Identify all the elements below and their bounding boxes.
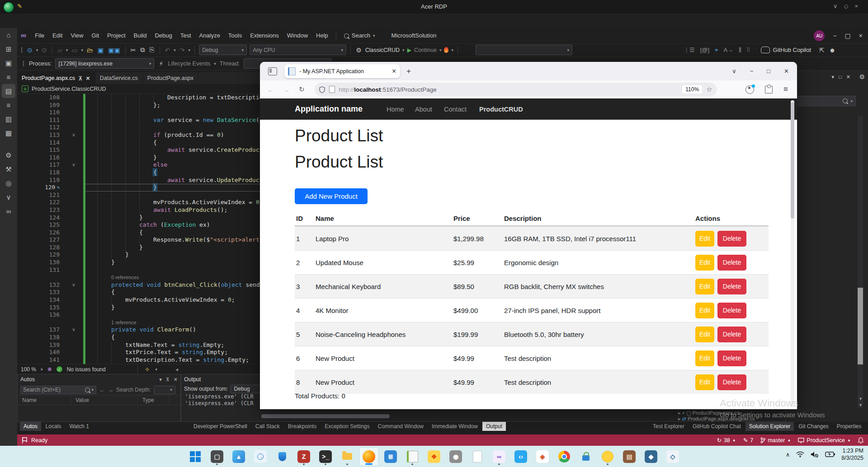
maximize-icon[interactable]: □ bbox=[767, 68, 770, 75]
search-menu[interactable]: Search▾ bbox=[340, 28, 379, 43]
select-icon[interactable]: ⌖ bbox=[715, 47, 718, 54]
menu-item-edit[interactable]: Edit bbox=[48, 28, 66, 43]
menu-item-view[interactable]: View bbox=[66, 28, 87, 43]
editor-tab[interactable]: ProductPage.aspx.cs⊼✕ bbox=[17, 72, 95, 84]
notepad-icon[interactable] bbox=[402, 447, 422, 466]
pin-icon[interactable]: ⊼ bbox=[166, 377, 170, 383]
new-project-icon[interactable]: ▱ bbox=[57, 47, 63, 54]
extensions-puzzle-icon[interactable] bbox=[765, 86, 773, 93]
image-viewer-icon[interactable]: ❖ bbox=[424, 447, 444, 466]
github-copilot-button[interactable]: GitHub Copilot bbox=[761, 47, 811, 53]
edit-button[interactable]: Edit bbox=[695, 303, 714, 318]
at-icon[interactable]: [@] bbox=[700, 47, 709, 54]
back-arrow-icon[interactable]: ← bbox=[99, 387, 105, 393]
menu-item-project[interactable]: Project bbox=[103, 28, 129, 43]
navigate-back-icon[interactable]: ⊙ bbox=[26, 47, 33, 54]
tab-immediate-window[interactable]: Immediate Window bbox=[428, 422, 481, 431]
shapes-icon[interactable]: ◈ bbox=[533, 447, 552, 466]
editor-zoom-dropdown[interactable]: 100 % bbox=[21, 366, 36, 373]
add-new-product-button[interactable]: Add New Product bbox=[295, 188, 368, 204]
search-depth-dropdown[interactable]: ▾ bbox=[154, 386, 175, 394]
forward-arrow-icon[interactable]: → bbox=[108, 387, 113, 393]
tab-call-stack[interactable]: Call Stack bbox=[252, 422, 283, 431]
tab-properties[interactable]: Properties bbox=[833, 422, 865, 431]
tab-solution-explorer[interactable]: Solution Explorer bbox=[745, 422, 794, 431]
reader-icon[interactable]: ❋ bbox=[47, 366, 52, 373]
pin-icon[interactable]: ⊼ bbox=[78, 75, 82, 82]
security-shield-icon[interactable] bbox=[272, 447, 292, 466]
menu-item-test[interactable]: Test bbox=[176, 28, 195, 43]
save-all-icon[interactable]: ▣▣ bbox=[107, 47, 121, 54]
page-info-icon[interactable] bbox=[329, 86, 335, 93]
cyberduck-icon[interactable] bbox=[598, 447, 618, 466]
git-branch[interactable]: master▲ bbox=[760, 437, 791, 444]
delete-button[interactable]: Delete bbox=[717, 231, 746, 247]
editor-tool-icons[interactable]: ⋮☰ [@] ⌖ A→ ⫼ ⫶⫶ bbox=[684, 47, 750, 54]
new-tab-icon[interactable]: + bbox=[406, 67, 411, 76]
link-icon[interactable]: ∞ bbox=[0, 204, 17, 218]
search-icon[interactable] bbox=[250, 447, 270, 466]
outline-icon[interactable]: ⫼ bbox=[739, 47, 741, 54]
menu-item-git[interactable]: Git bbox=[87, 28, 103, 43]
gear-icon[interactable]: ⚙ bbox=[859, 73, 865, 80]
minimize-icon[interactable]: − bbox=[750, 68, 754, 75]
user-avatar[interactable]: AU bbox=[814, 30, 825, 41]
startup-project-dropdown[interactable]: ClassicCRUD bbox=[365, 47, 400, 53]
solution-config-dropdown[interactable]: Debug▾ bbox=[199, 45, 247, 55]
chrome-icon[interactable] bbox=[554, 447, 574, 466]
windows-icon[interactable]: ▥ bbox=[0, 112, 17, 126]
tab-watch-1[interactable]: Watch 1 bbox=[66, 422, 93, 431]
terminal-icon[interactable]: >_ bbox=[316, 447, 335, 466]
forward-icon[interactable]: → bbox=[283, 86, 290, 93]
tab-test-explorer[interactable]: Test Explorer bbox=[649, 422, 688, 431]
pending-edits[interactable]: ✎ 7 bbox=[743, 437, 753, 444]
menu-item-help[interactable]: Help bbox=[312, 28, 332, 43]
monitors-icon[interactable]: ▤ bbox=[2, 84, 15, 98]
add-item-icon[interactable]: ▭ bbox=[71, 47, 78, 54]
share-icon[interactable]: ⇱ bbox=[818, 47, 826, 54]
restore-icon[interactable]: □ bbox=[839, 74, 842, 80]
gimp-icon[interactable]: ◉ bbox=[446, 447, 466, 466]
close-icon[interactable]: ✕ bbox=[784, 68, 789, 75]
wifi-icon[interactable] bbox=[796, 451, 804, 458]
tab-command-window[interactable]: Command Window bbox=[374, 422, 427, 431]
tab-github-copilot-chat[interactable]: GitHub Copilot Chat bbox=[689, 422, 745, 431]
autos-column-headers[interactable]: NameValueType bbox=[18, 395, 180, 405]
repo-selector[interactable]: ProductService▲ bbox=[798, 437, 851, 444]
restore-icon[interactable]: ▢ bbox=[845, 32, 851, 39]
edit-button[interactable]: Edit bbox=[695, 279, 714, 294]
close-tab-icon[interactable]: ✕ bbox=[85, 75, 90, 82]
panel-scrollbar-thumb[interactable] bbox=[858, 288, 863, 364]
issues-label[interactable]: No issues found bbox=[67, 366, 106, 373]
pgadmin-icon[interactable]: ◇ bbox=[663, 447, 683, 466]
delete-button[interactable]: Delete bbox=[717, 279, 746, 294]
menu-item-window[interactable]: Window bbox=[283, 28, 312, 43]
minimize-icon[interactable]: − bbox=[833, 32, 836, 39]
continue-icon[interactable]: ▶ bbox=[407, 47, 411, 53]
tray-chevron-icon[interactable]: ∧ bbox=[786, 451, 790, 458]
tab-locals[interactable]: Locals bbox=[42, 422, 65, 431]
indent-icon[interactable]: ⋮☰ bbox=[684, 47, 695, 54]
photos-icon[interactable]: ▲ bbox=[229, 447, 249, 466]
rdp-window-controls[interactable]: ∨◇× bbox=[833, 3, 864, 9]
account-icon[interactable] bbox=[745, 85, 754, 94]
edit-button[interactable]: Edit bbox=[695, 350, 714, 366]
menu-item-extensions[interactable]: Extensions bbox=[246, 28, 283, 43]
clock[interactable]: 1:23 PM8/3/2025 bbox=[841, 447, 863, 462]
add-panel-icon[interactable]: ⊞ bbox=[0, 42, 17, 56]
solution-name[interactable]: MicrosoftSolution bbox=[387, 28, 441, 43]
platform-dropdown[interactable]: Any CPU▾ bbox=[250, 45, 346, 55]
editor-tab[interactable]: ProductPage.aspx bbox=[143, 72, 198, 84]
tab-exception-settings[interactable]: Exception Settings bbox=[321, 422, 373, 431]
shield-icon[interactable] bbox=[319, 86, 325, 93]
columns-icon[interactable]: ⫶⫶ bbox=[747, 47, 750, 54]
start-button[interactable] bbox=[185, 447, 205, 466]
codelens-references[interactable]: 0 references bbox=[111, 275, 139, 280]
tab-output[interactable]: Output bbox=[482, 422, 506, 431]
delete-button[interactable]: Delete bbox=[717, 327, 746, 342]
tab-developer-powershell[interactable]: Developer PowerShell bbox=[190, 422, 251, 431]
remote-lock-icon[interactable] bbox=[576, 447, 596, 466]
battery-charging-icon[interactable] bbox=[825, 452, 835, 457]
delete-button[interactable]: Delete bbox=[717, 303, 746, 318]
copy-icon[interactable]: ⧉ bbox=[139, 46, 146, 54]
